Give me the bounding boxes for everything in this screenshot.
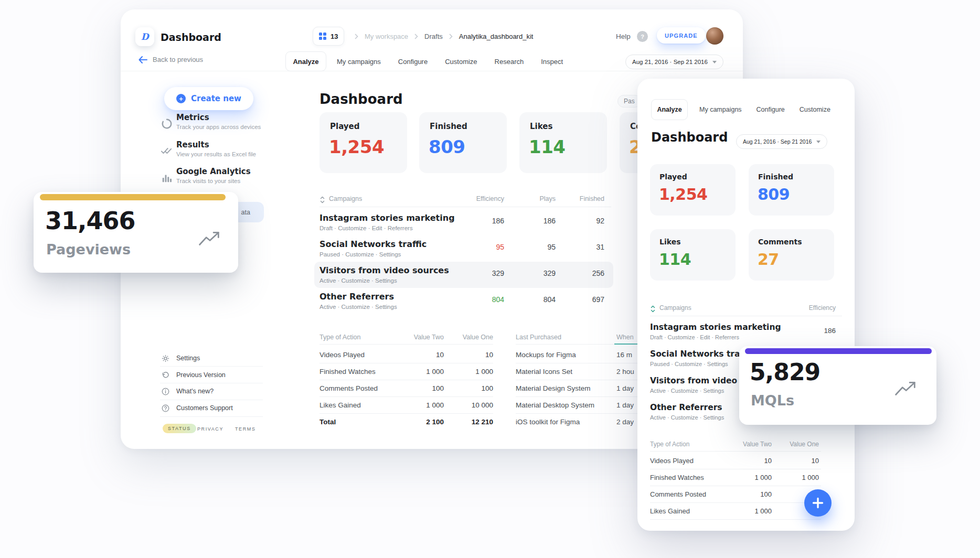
campaign-plays: 186 (508, 217, 556, 225)
campaign-meta[interactable]: Draft · Customize · Edit · Referrers (319, 225, 413, 231)
panel-column-header-type: Type of Action (650, 441, 689, 448)
column-header-type: Type of Action (319, 334, 361, 341)
stat-card-played[interactable]: Played 1,254 (319, 112, 407, 173)
campaign-name: Other Referrers (319, 292, 394, 302)
plus-circle-icon: + (176, 94, 186, 103)
sidebar-customers-support[interactable]: Customers Support (176, 404, 233, 412)
tab-research[interactable]: Research (495, 58, 524, 66)
bar-chart-icon (161, 172, 173, 184)
tab-my-campaigns[interactable]: My campaigns (337, 58, 381, 66)
panel-tab-my-campaigns[interactable]: My campaigns (699, 106, 742, 113)
overlay-panel: Analyze My campaigns Configure Customize… (637, 79, 855, 531)
create-new-button[interactable]: + Create new (164, 87, 253, 110)
tab-analyze[interactable]: Analyze (285, 51, 326, 71)
campaign-efficiency: 95 (452, 243, 504, 251)
sidebar-whats-new[interactable]: What's new? (176, 388, 214, 395)
trend-up-icon (198, 231, 220, 246)
sort-icon[interactable] (319, 196, 325, 204)
campaign-meta[interactable]: Paused · Customize · Settings (650, 361, 728, 367)
breadcrumb-drafts[interactable]: Drafts (424, 33, 443, 40)
divider (650, 451, 821, 452)
panel-tab-analyze[interactable]: Analyze (651, 99, 688, 120)
page-title: Dashboard (319, 91, 403, 107)
action-value-one: 10 (766, 457, 819, 465)
stat-value: 1,254 (659, 185, 707, 203)
purchase-item: Mockups for Figma (516, 351, 576, 359)
sidebar-item-google-analytics-desc: Track visits to your sites (176, 178, 240, 184)
action-type: Videos Played (650, 457, 694, 465)
campaign-row[interactable]: Instagram stories marketing Draft · Cust… (637, 319, 855, 346)
campaign-name: Social Networks traffic (650, 349, 754, 359)
column-header-plays[interactable]: Plays (508, 195, 556, 202)
panel-stat-card-comments[interactable]: Comments 27 (749, 229, 834, 281)
sidebar-item-metrics-desc: Track your apps across devices (176, 124, 261, 130)
tab-customize[interactable]: Customize (445, 58, 477, 66)
panel-tab-customize[interactable]: Customize (800, 106, 830, 113)
tab-configure[interactable]: Configure (398, 58, 428, 66)
action-value-two: 10 (391, 351, 444, 359)
panel-stat-card-likes[interactable]: Likes 114 (650, 229, 736, 281)
campaign-name: Instagram stories marketing (319, 213, 455, 223)
column-header-finished[interactable]: Finished (557, 195, 604, 202)
upgrade-button[interactable]: UPGRADE (657, 27, 706, 44)
pages-count-button[interactable]: 13 (313, 27, 344, 46)
campaign-efficiency: 329 (452, 269, 504, 277)
panel-date-range-picker[interactable]: Aug 21, 2016 · Sep 21 2016 (736, 134, 827, 149)
panel-stat-card-finished[interactable]: Finished 809 (749, 164, 834, 216)
help-circle-icon[interactable]: ? (637, 31, 648, 42)
pageviews-accent-bar (40, 194, 226, 200)
sidebar-item-google-analytics[interactable]: Google Analytics (176, 167, 251, 176)
action-value-one: 10 (441, 351, 493, 359)
campaign-efficiency: 186 (452, 217, 504, 225)
campaign-plays: 804 (508, 295, 556, 304)
sidebar-item-results[interactable]: Results (176, 140, 209, 149)
action-value-two: 100 (719, 490, 772, 498)
purchase-when: 2 hou (616, 368, 634, 375)
column-header-campaigns[interactable]: Campaigns (329, 195, 362, 202)
privacy-link[interactable]: PRIVACY (197, 426, 223, 432)
pageviews-label: Pageviews (46, 241, 131, 257)
stat-card-likes[interactable]: Likes 114 (519, 112, 607, 173)
back-button[interactable]: Back to previous (139, 56, 203, 63)
help-link[interactable]: Help (616, 33, 631, 40)
action-value-one: 100 (441, 384, 493, 392)
campaign-meta[interactable]: Paused · Customize · Settings (319, 251, 401, 257)
stat-value: 114 (659, 250, 691, 269)
campaign-meta[interactable]: Active · Customize · Settings (650, 414, 724, 421)
add-button[interactable] (804, 489, 832, 517)
action-value-two: 10 (719, 457, 772, 465)
status-badge[interactable]: STATUS (163, 424, 196, 433)
sidebar-item-metrics[interactable]: Metrics (176, 113, 209, 122)
stat-card-finished[interactable]: Finished 809 (419, 112, 507, 173)
divider (516, 413, 642, 414)
divider (319, 413, 493, 414)
avatar[interactable] (706, 27, 723, 45)
tab-inspect[interactable]: Inspect (541, 58, 563, 66)
panel-tab-configure[interactable]: Configure (757, 106, 785, 113)
panel-column-header-value-one: Value One (766, 441, 819, 448)
campaign-meta[interactable]: Active · Customize · Settings (319, 304, 397, 310)
campaign-meta[interactable]: Draft · Customize · Edit · Referrers (650, 334, 739, 340)
terms-link[interactable]: TERMS (235, 426, 256, 432)
panel-column-header-efficiency[interactable]: Efficiency (783, 304, 836, 312)
campaign-finished: 31 (557, 243, 604, 251)
campaign-meta[interactable]: Active · Customize · Settings (650, 388, 724, 394)
sidebar-settings[interactable]: Settings (176, 355, 200, 362)
date-range-picker[interactable]: Aug 21, 2016 · Sep 21 2016 (625, 55, 723, 69)
campaign-meta[interactable]: Active · Customize · Settings (319, 277, 397, 284)
app-logo[interactable]: D (135, 27, 154, 46)
breadcrumb-file[interactable]: Analytika_dashboard_kit (459, 33, 534, 40)
panel-column-header-campaigns[interactable]: Campaigns (659, 304, 691, 312)
campaign-finished: 256 (557, 269, 604, 277)
divider (516, 363, 642, 363)
column-header-efficiency[interactable]: Efficiency (452, 195, 504, 202)
panel-stat-card-played[interactable]: Played 1,254 (650, 164, 736, 216)
sidebar-previous-version[interactable]: Previous Version (176, 371, 226, 379)
mqls-accent-bar (745, 348, 932, 354)
action-value-one: 1 000 (441, 368, 493, 375)
breadcrumb-workspace[interactable]: My workspace (365, 33, 408, 40)
stat-value: 809 (429, 136, 465, 157)
divider (650, 486, 821, 486)
clipped-chip-label: Pas (624, 98, 635, 105)
sort-icon[interactable] (650, 305, 656, 313)
